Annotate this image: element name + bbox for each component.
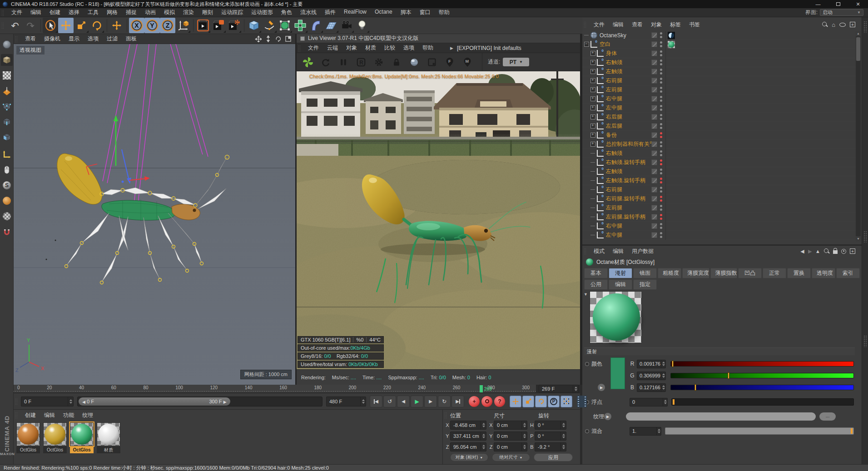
object-row[interactable]: 左触须.旋转手柄 bbox=[582, 176, 862, 185]
float-slider[interactable] bbox=[671, 398, 854, 406]
object-row[interactable]: 右前腿 bbox=[582, 76, 862, 85]
texture-paint-icon[interactable] bbox=[1, 210, 13, 222]
settings-gear-icon[interactable] bbox=[373, 56, 385, 68]
lock-resolution-icon[interactable] bbox=[391, 56, 402, 68]
attribute-menu-item[interactable]: 编辑 bbox=[609, 248, 628, 255]
render-tag-icon[interactable] bbox=[651, 159, 657, 165]
menu-item[interactable]: 编辑 bbox=[26, 9, 45, 16]
render-tag-icon[interactable] bbox=[651, 123, 657, 129]
key-rotation-toggle[interactable] bbox=[535, 396, 547, 407]
object-name[interactable]: 左前腿.旋转手柄 bbox=[606, 213, 645, 221]
menu-item[interactable]: 网格 bbox=[103, 9, 122, 16]
expander-icon[interactable] bbox=[590, 214, 596, 220]
render-tag-icon[interactable] bbox=[651, 114, 657, 120]
render-tag-icon[interactable] bbox=[651, 32, 657, 38]
key-scale-toggle[interactable] bbox=[522, 396, 534, 407]
object-name[interactable]: 左前腿 bbox=[606, 204, 622, 212]
pos-y-field[interactable]: 337.411 cm bbox=[450, 431, 486, 441]
menu-item[interactable]: 窗口 bbox=[416, 9, 435, 16]
expander-icon[interactable] bbox=[590, 105, 596, 111]
object-row[interactable]: 右触须 bbox=[582, 149, 862, 158]
material-tab[interactable]: 粗糙度 bbox=[658, 268, 681, 278]
home-icon[interactable]: ⌂ bbox=[832, 21, 835, 28]
menu-item[interactable]: RealFlow bbox=[340, 9, 371, 16]
spline-pen-button[interactable] bbox=[262, 18, 277, 33]
expander-icon[interactable] bbox=[590, 223, 596, 229]
material-tab[interactable]: 基本 bbox=[584, 268, 608, 278]
object-row[interactable]: 左后腿 bbox=[582, 122, 862, 131]
object-name[interactable]: 空白 bbox=[600, 40, 610, 48]
visibility-dots-icon[interactable] bbox=[660, 223, 663, 229]
material-tab[interactable]: 指定 bbox=[633, 279, 657, 290]
object-manager-menu-item[interactable]: 对象 bbox=[647, 21, 666, 29]
object-name[interactable]: 左中腿 bbox=[606, 231, 622, 239]
visibility-dots-icon[interactable] bbox=[660, 205, 663, 211]
menu-item[interactable]: 帮助 bbox=[435, 9, 454, 16]
history-back-icon[interactable]: ◀ bbox=[800, 248, 804, 254]
visibility-dots-icon[interactable] bbox=[660, 105, 663, 111]
menu-item[interactable]: 流水线 bbox=[296, 9, 321, 16]
r-slider[interactable] bbox=[670, 361, 854, 367]
scroll-up-icon[interactable]: ▲ bbox=[856, 31, 861, 36]
texture-browse-button[interactable]: ... bbox=[819, 412, 836, 421]
material-tab[interactable]: 薄膜指数 bbox=[710, 268, 738, 278]
minimize-button[interactable]: — bbox=[808, 0, 828, 8]
size-mode-dropdown[interactable]: 绝对尺寸▼ bbox=[492, 453, 530, 461]
object-row[interactable]: 总控制器和所有关节 bbox=[582, 140, 862, 149]
coordinate-system-button[interactable] bbox=[175, 18, 191, 33]
diffuse-section-header[interactable]: 漫射 bbox=[584, 347, 855, 355]
material-tab[interactable]: 编辑 bbox=[609, 279, 632, 290]
attribute-menu-item[interactable]: 用户数据 bbox=[628, 248, 658, 255]
render-tag-icon[interactable] bbox=[651, 50, 657, 56]
object-name[interactable]: 右触须.旋转手柄 bbox=[606, 159, 645, 166]
menu-item[interactable]: 脚本 bbox=[397, 9, 416, 16]
material-name[interactable]: OctGlos bbox=[16, 446, 40, 453]
visibility-dots-icon[interactable] bbox=[660, 78, 663, 84]
render-tag-icon[interactable] bbox=[651, 169, 657, 174]
object-row[interactable]: 右中腿 bbox=[582, 94, 862, 104]
expander-icon[interactable] bbox=[590, 150, 596, 157]
render-tag-icon[interactable] bbox=[651, 223, 657, 229]
material-swatch[interactable] bbox=[668, 41, 675, 48]
material-menu-item[interactable]: 功能 bbox=[59, 412, 78, 419]
object-row[interactable]: 左前腿.旋转手柄 bbox=[582, 213, 862, 222]
object-row[interactable]: 左前腿 bbox=[582, 203, 862, 213]
live-viewer-menu-item[interactable]: 文件 bbox=[304, 44, 323, 52]
object-name[interactable]: 右中腿 bbox=[606, 95, 622, 103]
render-tag-icon[interactable] bbox=[651, 105, 657, 111]
material-sphere[interactable] bbox=[97, 422, 120, 446]
move-tool-button[interactable] bbox=[58, 18, 74, 33]
keyframe-selection-button[interactable]: ? bbox=[494, 396, 505, 407]
render-settings-button[interactable] bbox=[226, 18, 242, 33]
visibility-dots-icon[interactable] bbox=[660, 159, 663, 166]
object-row[interactable]: 右前腿 bbox=[582, 185, 862, 194]
render-tag-icon[interactable] bbox=[651, 141, 657, 147]
visibility-dots-icon[interactable] bbox=[660, 169, 663, 175]
live-viewer-menu-item[interactable]: 选项 bbox=[399, 44, 418, 52]
viewport-zoom-icon[interactable] bbox=[265, 35, 272, 42]
cloner-button[interactable] bbox=[293, 18, 308, 33]
coord-mode-dropdown[interactable]: 对象 (相对)▼ bbox=[450, 453, 488, 461]
object-name[interactable]: 右后腿 bbox=[606, 113, 622, 121]
timeline-ruler[interactable]: 0204060801001201401601802002202402602803… bbox=[14, 385, 536, 393]
current-frame-spinner[interactable]: 269 F bbox=[539, 385, 579, 393]
preview-collapse-icon[interactable]: ▼ bbox=[584, 292, 588, 297]
search-icon[interactable] bbox=[824, 248, 829, 254]
visibility-dots-icon[interactable] bbox=[660, 132, 663, 139]
object-name[interactable]: 右前腿 bbox=[606, 186, 622, 193]
visibility-dots-icon[interactable] bbox=[660, 69, 663, 75]
expander-icon[interactable] bbox=[590, 205, 596, 211]
expander-icon[interactable] bbox=[590, 59, 596, 66]
keyframe-film-icon[interactable] bbox=[577, 396, 587, 407]
object-name[interactable]: 右前腿.旋转手柄 bbox=[606, 195, 645, 203]
menu-item[interactable]: 动画 bbox=[141, 9, 160, 16]
viewport-menu-item[interactable]: 选项 bbox=[84, 35, 103, 43]
menu-item[interactable]: 模拟 bbox=[160, 9, 179, 16]
visibility-dots-icon[interactable] bbox=[660, 232, 663, 238]
live-viewer-menu-item[interactable]: 帮助 bbox=[418, 44, 437, 52]
object-row[interactable]: 右触须 bbox=[582, 58, 862, 67]
object-name[interactable]: 左前腿 bbox=[606, 86, 622, 94]
mix-value-field[interactable]: 1. bbox=[630, 427, 661, 436]
visibility-dots-icon[interactable] bbox=[660, 41, 663, 48]
menu-item[interactable]: 文件 bbox=[7, 9, 26, 16]
